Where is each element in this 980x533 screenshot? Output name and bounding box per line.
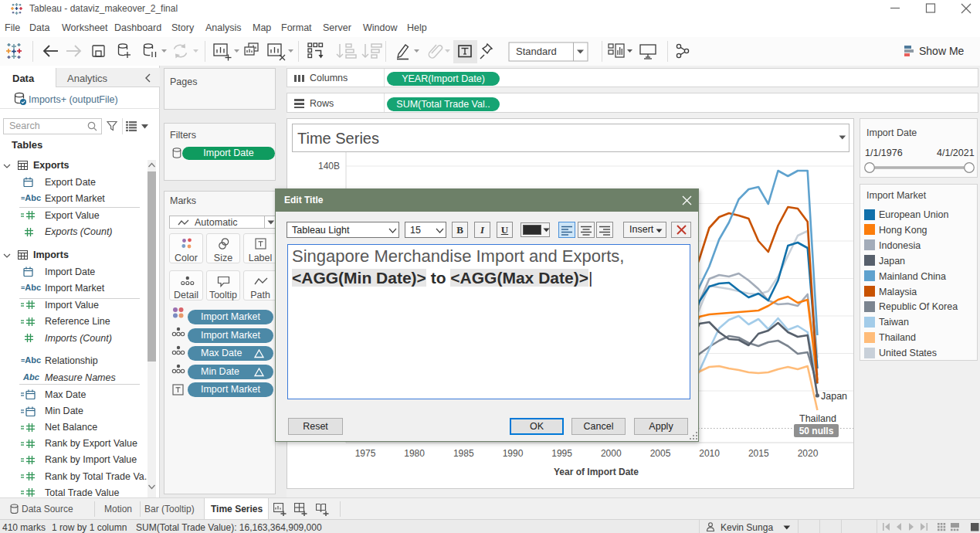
svg-text:2010: 2010 xyxy=(699,448,720,459)
svg-text:Japan: Japan xyxy=(821,391,847,402)
svg-text:140B: 140B xyxy=(318,161,340,171)
svg-text:2015: 2015 xyxy=(748,448,769,459)
svg-text:Thailand: Thailand xyxy=(799,413,836,424)
svg-text:2020: 2020 xyxy=(798,448,819,459)
svg-text:Show Me: Show Me xyxy=(919,45,965,57)
svg-text:1995: 1995 xyxy=(551,448,572,459)
svg-text:Year of Import Date: Year of Import Date xyxy=(554,467,639,477)
svg-text:1980: 1980 xyxy=(404,448,425,459)
svg-text:Standard: Standard xyxy=(516,46,557,57)
svg-text:1975: 1975 xyxy=(355,448,376,459)
svg-text:50 nulls: 50 nulls xyxy=(799,426,834,436)
svg-text:1990: 1990 xyxy=(503,448,524,459)
svg-text:2000: 2000 xyxy=(601,448,622,459)
svg-text:2005: 2005 xyxy=(650,448,671,459)
svg-text:1985: 1985 xyxy=(453,448,474,459)
